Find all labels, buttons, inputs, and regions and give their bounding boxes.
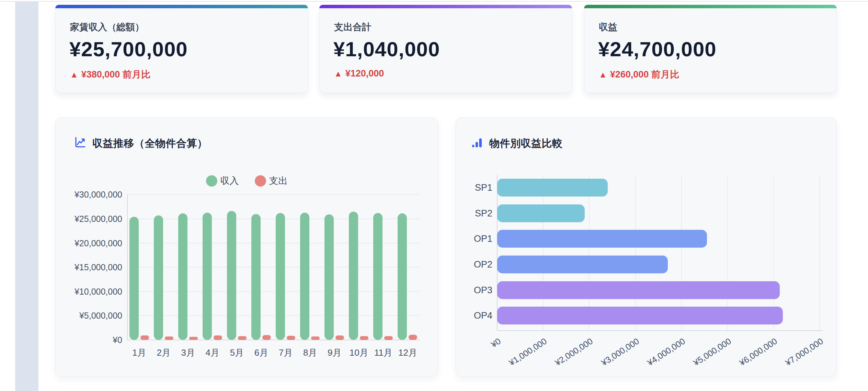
expense-bar bbox=[189, 337, 198, 340]
expense-bar bbox=[262, 335, 271, 340]
bar-chart-icon bbox=[470, 136, 483, 151]
card-accent-bar bbox=[319, 5, 572, 8]
x-axis-label: ¥7,000,000 bbox=[784, 336, 825, 368]
expense-bar bbox=[384, 336, 393, 340]
top-divider bbox=[0, 1, 868, 2]
legend-dot bbox=[255, 175, 266, 187]
kpi-change-text: ¥260,000 前月比 bbox=[610, 68, 679, 81]
category-label: OP2 bbox=[458, 259, 492, 270]
side-gutter bbox=[15, 2, 38, 391]
increase-triangle-icon: ▲ bbox=[599, 70, 607, 79]
y-axis-label: ¥0 bbox=[60, 335, 122, 345]
income-bar bbox=[324, 214, 334, 340]
y-axis-line bbox=[127, 194, 128, 340]
income-bar bbox=[398, 213, 407, 340]
x-axis-label: ¥6,000,000 bbox=[738, 336, 779, 368]
property-bar bbox=[497, 307, 783, 324]
x-axis-label: ¥5,000,000 bbox=[692, 336, 733, 368]
kpi-change: ▲ ¥120,000 bbox=[334, 68, 384, 79]
category-label: OP3 bbox=[458, 285, 492, 296]
expense-bar bbox=[140, 335, 149, 340]
x-axis-line bbox=[497, 330, 823, 331]
kpi-change-text: ¥120,000 bbox=[345, 68, 384, 79]
legend-item: 収入 bbox=[206, 175, 239, 187]
panel-title: 収益推移（全物件合算） bbox=[92, 137, 208, 151]
expense-bar bbox=[214, 335, 222, 340]
chart-legend: 収入支出 bbox=[56, 175, 438, 187]
legend-label: 支出 bbox=[269, 175, 288, 187]
kpi-change: ▲ ¥380,000 前月比 bbox=[70, 68, 150, 81]
kpi-label: 支出合計 bbox=[334, 21, 371, 33]
dashboard-page: { "kpi_cards": [ { "label": "家賃収入（総額）", … bbox=[0, 0, 868, 391]
kpi-value: ¥24,700,000 bbox=[598, 37, 717, 61]
gridline bbox=[497, 175, 498, 331]
x-axis-label: ¥4,000,000 bbox=[646, 336, 687, 368]
property-bar bbox=[497, 281, 780, 299]
panel-header: 物件別収益比較 bbox=[470, 136, 563, 151]
income-bar bbox=[178, 213, 187, 340]
kpi-change: ▲ ¥260,000 前月比 bbox=[599, 68, 679, 81]
kpi-card-total-expenses: 支出合計 ¥1,040,000 ▲ ¥120,000 bbox=[319, 5, 572, 93]
income-bar bbox=[300, 213, 309, 340]
panel-property-comparison: 物件別収益比較 ¥0¥1,000,000¥2,000,000¥3,000,000… bbox=[456, 117, 837, 377]
property-bar bbox=[497, 204, 585, 222]
panel-profit-trend: 収益推移（全物件合算） 収入支出 ¥0¥5,000,000¥10,000,000… bbox=[55, 117, 438, 377]
x-axis-label: 12月 bbox=[392, 347, 423, 359]
line-chart-icon bbox=[73, 136, 87, 151]
expense-bar bbox=[165, 336, 173, 340]
y-axis-label: ¥25,000,000 bbox=[60, 214, 122, 224]
category-label: OP1 bbox=[458, 233, 492, 244]
expense-bar bbox=[287, 336, 295, 340]
legend-label: 収入 bbox=[220, 175, 239, 187]
x-axis-label: ¥0 bbox=[489, 336, 503, 349]
kpi-value: ¥25,700,000 bbox=[69, 37, 188, 61]
income-bar bbox=[373, 213, 382, 340]
kpi-card-profit: 収益 ¥24,700,000 ▲ ¥260,000 前月比 bbox=[584, 5, 837, 93]
expense-bar bbox=[360, 336, 368, 340]
kpi-label: 家賃収入（総額） bbox=[70, 21, 144, 33]
category-label: SP2 bbox=[458, 208, 492, 219]
increase-triangle-icon: ▲ bbox=[334, 69, 342, 78]
gridline bbox=[819, 175, 820, 331]
income-bar bbox=[129, 217, 139, 340]
expense-bar bbox=[238, 336, 247, 340]
property-bar bbox=[497, 256, 668, 273]
property-bar bbox=[497, 230, 707, 248]
category-label: OP4 bbox=[458, 310, 492, 321]
property-bar bbox=[497, 179, 608, 197]
panel-header: 収益推移（全物件合算） bbox=[73, 136, 208, 151]
x-axis-label: ¥3,000,000 bbox=[599, 336, 641, 368]
kpi-change-text: ¥380,000 前月比 bbox=[81, 68, 150, 81]
x-axis-label: ¥1,000,000 bbox=[507, 336, 549, 368]
kpi-value: ¥1,040,000 bbox=[333, 37, 440, 61]
y-axis-label: ¥30,000,000 bbox=[60, 190, 122, 199]
panel-title: 物件別収益比較 bbox=[489, 137, 563, 151]
increase-triangle-icon: ▲ bbox=[70, 70, 78, 79]
gridline bbox=[127, 194, 420, 195]
income-bar bbox=[203, 213, 212, 340]
expense-bar bbox=[335, 335, 344, 340]
income-bar bbox=[227, 211, 236, 340]
y-axis-label: ¥5,000,000 bbox=[60, 311, 122, 320]
y-axis-label: ¥15,000,000 bbox=[60, 262, 122, 272]
legend-item: 支出 bbox=[255, 175, 288, 187]
expense-bar bbox=[409, 335, 417, 340]
x-axis-label: ¥2,000,000 bbox=[553, 336, 595, 368]
category-label: SP1 bbox=[458, 182, 492, 193]
income-bar bbox=[276, 213, 285, 340]
kpi-card-rent-income: 家賃収入（総額） ¥25,700,000 ▲ ¥380,000 前月比 bbox=[55, 5, 308, 93]
legend-dot bbox=[206, 175, 217, 187]
income-bar bbox=[251, 214, 261, 340]
expense-bar bbox=[311, 336, 320, 340]
y-axis-label: ¥20,000,000 bbox=[60, 238, 122, 248]
card-accent-bar bbox=[55, 5, 308, 8]
kpi-label: 収益 bbox=[599, 21, 617, 33]
income-bar bbox=[154, 215, 163, 340]
y-axis-label: ¥10,000,000 bbox=[60, 287, 122, 296]
income-bar bbox=[349, 212, 358, 340]
card-accent-bar bbox=[584, 5, 837, 8]
